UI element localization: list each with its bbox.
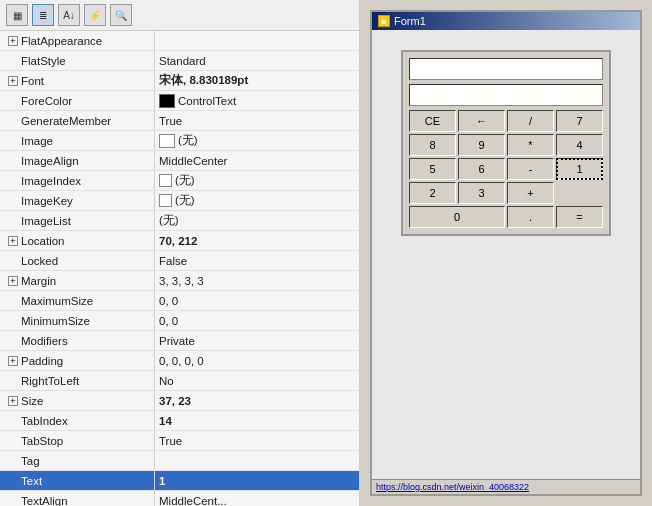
calc-btn-plus[interactable]: +: [507, 182, 554, 204]
prop-value-font[interactable]: 宋体, 8.830189pt: [155, 71, 359, 90]
prop-value-forecolor[interactable]: ControlText: [155, 91, 359, 110]
prop-row-maximumsize: MaximumSize 0, 0: [0, 291, 359, 311]
calc-btn-equals[interactable]: =: [556, 206, 603, 228]
form1-icon: ■: [378, 15, 390, 27]
form1-window: ■ Form1 CE ← / 7 8 9 * 4 5: [370, 10, 642, 496]
prop-row-imagealign: ImageAlign MiddleCenter: [0, 151, 359, 171]
prop-value-righttoleft[interactable]: No: [155, 371, 359, 390]
prop-value-tabindex[interactable]: 14: [155, 411, 359, 430]
prop-value-imagealign[interactable]: MiddleCenter: [155, 151, 359, 170]
prop-value-imagekey[interactable]: (无): [155, 191, 359, 210]
prop-name-textalign: TextAlign: [0, 491, 155, 506]
imagekey-checkbox: [159, 194, 172, 207]
prop-row-flatstyle: FlatStyle Standard: [0, 51, 359, 71]
properties-panel: ▦ ≣ A↓ ⚡ 🔍 + FlatAppearance FlatStyle St…: [0, 0, 360, 506]
calc-btn-divide[interactable]: /: [507, 110, 554, 132]
prop-value-locked[interactable]: False: [155, 251, 359, 270]
calc-display1: [409, 58, 603, 80]
calc-btn-4[interactable]: 4: [556, 134, 603, 156]
calc-btn-5[interactable]: 5: [409, 158, 456, 180]
calc-btn-1[interactable]: 1: [556, 158, 603, 180]
toolbar: ▦ ≣ A↓ ⚡ 🔍: [0, 0, 359, 31]
prop-row-generatemember: GenerateMember True: [0, 111, 359, 131]
prop-name-image: Image: [0, 131, 155, 150]
prop-value-padding[interactable]: 0, 0, 0, 0: [155, 351, 359, 370]
prop-row-righttoleft: RightToLeft No: [0, 371, 359, 391]
calc-btn-decimal[interactable]: .: [507, 206, 554, 228]
prop-row-textalign: TextAlign MiddleCent...: [0, 491, 359, 506]
properties-table: + FlatAppearance FlatStyle Standard + Fo…: [0, 31, 359, 506]
prop-row-flatappearance: + FlatAppearance: [0, 31, 359, 51]
calc-btn-8[interactable]: 8: [409, 134, 456, 156]
calc-btn-ce[interactable]: CE: [409, 110, 456, 132]
prop-row-padding: + Padding 0, 0, 0, 0: [0, 351, 359, 371]
calc-btn-9[interactable]: 9: [458, 134, 505, 156]
calc-btn-minus[interactable]: -: [507, 158, 554, 180]
prop-row-minimumsize: MinimumSize 0, 0: [0, 311, 359, 331]
prop-row-modifiers: Modifiers Private: [0, 331, 359, 351]
prop-name-imagealign: ImageAlign: [0, 151, 155, 170]
prop-name-padding: + Padding: [0, 351, 155, 370]
prop-row-imageindex: ImageIndex (无): [0, 171, 359, 191]
calc-btn-multiply[interactable]: *: [507, 134, 554, 156]
calc-buttons: CE ← / 7 8 9 * 4 5 6 - 1 2 3: [409, 110, 603, 228]
prop-value-tabstop[interactable]: True: [155, 431, 359, 450]
expand-location[interactable]: +: [8, 236, 18, 246]
prop-name-text: Text: [0, 471, 155, 490]
prop-name-tabstop: TabStop: [0, 431, 155, 450]
search-icon[interactable]: 🔍: [110, 4, 132, 26]
prop-name-imagelist: ImageList: [0, 211, 155, 230]
prop-value-imagelist[interactable]: (无): [155, 211, 359, 230]
prop-name-size: + Size: [0, 391, 155, 410]
prop-value-generatemember[interactable]: True: [155, 111, 359, 130]
prop-value-location[interactable]: 70, 212: [155, 231, 359, 250]
prop-name-minimumsize: MinimumSize: [0, 311, 155, 330]
expand-size[interactable]: +: [8, 396, 18, 406]
prop-row-location: + Location 70, 212: [0, 231, 359, 251]
prop-name-modifiers: Modifiers: [0, 331, 155, 350]
prop-value-margin[interactable]: 3, 3, 3, 3: [155, 271, 359, 290]
expand-padding[interactable]: +: [8, 356, 18, 366]
prop-name-font: + Font: [0, 71, 155, 90]
prop-row-tabindex: TabIndex 14: [0, 411, 359, 431]
calc-btn-backspace[interactable]: ←: [458, 110, 505, 132]
prop-row-imagelist: ImageList (无): [0, 211, 359, 231]
prop-value-flatstyle[interactable]: Standard: [155, 51, 359, 70]
expand-flatappearance[interactable]: +: [8, 36, 18, 46]
calculator: CE ← / 7 8 9 * 4 5 6 - 1 2 3: [401, 50, 611, 236]
right-panel: ■ Form1 CE ← / 7 8 9 * 4 5: [360, 0, 652, 506]
prop-name-forecolor: ForeColor: [0, 91, 155, 110]
prop-name-tag: Tag: [0, 451, 155, 470]
expand-font[interactable]: +: [8, 76, 18, 86]
prop-value-minimumsize[interactable]: 0, 0: [155, 311, 359, 330]
calc-btn-3[interactable]: 3: [458, 182, 505, 204]
prop-value-maximumsize[interactable]: 0, 0: [155, 291, 359, 310]
prop-value-image[interactable]: (无): [155, 131, 359, 150]
prop-name-flatstyle: FlatStyle: [0, 51, 155, 70]
expand-margin[interactable]: +: [8, 276, 18, 286]
prop-value-size[interactable]: 37, 23: [155, 391, 359, 410]
prop-value-tag[interactable]: [155, 451, 359, 470]
prop-name-tabindex: TabIndex: [0, 411, 155, 430]
prop-value-imageindex[interactable]: (无): [155, 171, 359, 190]
prop-value-textalign[interactable]: MiddleCent...: [155, 491, 359, 506]
calc-btn-6[interactable]: 6: [458, 158, 505, 180]
prop-value-modifiers[interactable]: Private: [155, 331, 359, 350]
prop-name-maximumsize: MaximumSize: [0, 291, 155, 310]
calc-btn-2[interactable]: 2: [409, 182, 456, 204]
grid-icon[interactable]: ▦: [6, 4, 28, 26]
prop-value-text[interactable]: 1: [155, 471, 359, 490]
alphabetical-icon[interactable]: A↓: [58, 4, 80, 26]
prop-name-imageindex: ImageIndex: [0, 171, 155, 190]
form1-statusbar[interactable]: https://blog.csdn.net/weixin_40068322: [372, 479, 640, 494]
form1-title: Form1: [394, 15, 426, 27]
calc-btn-0[interactable]: 0: [409, 206, 505, 228]
prop-row-text: Text 1: [0, 471, 359, 491]
lightning-icon[interactable]: ⚡: [84, 4, 106, 26]
prop-row-tabstop: TabStop True: [0, 431, 359, 451]
prop-name-location: + Location: [0, 231, 155, 250]
prop-row-tag: Tag: [0, 451, 359, 471]
form1-content: CE ← / 7 8 9 * 4 5 6 - 1 2 3: [372, 30, 640, 479]
categorized-icon[interactable]: ≣: [32, 4, 54, 26]
calc-btn-7[interactable]: 7: [556, 110, 603, 132]
